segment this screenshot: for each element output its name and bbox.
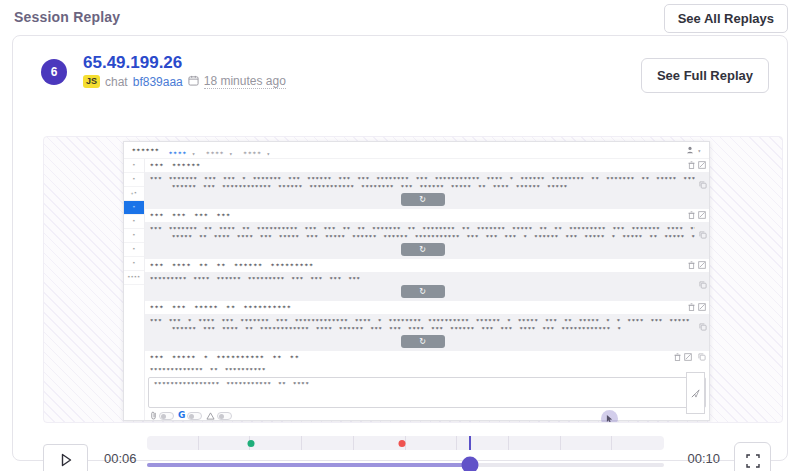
session-card: 6 65.49.199.26 JS chat bf839aaa 18 minut…	[12, 35, 788, 461]
channel-label: chat	[105, 75, 128, 89]
replayed-message-line: ***** ** **** **** *** ***** *** ***** *…	[150, 233, 695, 241]
play-button[interactable]	[43, 444, 88, 471]
retry-button: ↻	[401, 193, 445, 206]
replayed-toolbar-group	[206, 412, 232, 420]
trash-icon[interactable]	[688, 303, 695, 311]
replayed-message-line: *** *** * **** *** ******* *** *********…	[150, 317, 695, 325]
chevron-down-icon: ▾	[192, 150, 197, 157]
trash-icon[interactable]	[674, 353, 681, 361]
trash-icon[interactable]	[688, 211, 695, 219]
replayed-sidebar-item: *	[124, 257, 144, 271]
replayed-message-line: ****** *** **** ** ************ **** ***…	[150, 325, 695, 333]
replayed-app-window: ****** **** ▾ **** ▾ **** ▾ ▾ **+*******…	[123, 141, 710, 421]
session-meta-row: JS chat bf839aaa 18 minutes ago	[83, 74, 286, 89]
paperclip-icon	[150, 411, 157, 420]
progress-fill	[147, 463, 470, 467]
retry-button: ↻	[401, 243, 445, 256]
replayed-message-body: ********* **** ****** ********* *** *** …	[145, 272, 709, 301]
edit-icon[interactable]	[698, 303, 706, 311]
session-count-badge: 6	[41, 59, 67, 85]
replayed-sidebar-item: *	[124, 243, 144, 257]
calendar-icon	[188, 75, 199, 89]
replayed-sidebar-item: *	[124, 173, 144, 187]
replayed-composer: **************** *********** ** ****	[148, 377, 706, 408]
replayed-brand: ******	[132, 147, 160, 154]
mouse-cursor-icon	[606, 415, 613, 423]
replayed-sidebar-item: *	[124, 215, 144, 229]
replayed-sidebar-item: *	[124, 229, 144, 243]
total-time-label: 00:10	[680, 451, 720, 466]
send-button	[686, 372, 705, 414]
playback-controls: 00:06 00:10	[13, 434, 789, 471]
see-all-replays-button[interactable]: See All Replays	[664, 4, 788, 33]
success-event-dot[interactable]	[247, 440, 254, 447]
edit-icon[interactable]	[684, 353, 692, 361]
replayed-message-line: ********* **** ****** ********* *** *** …	[150, 275, 695, 283]
replayed-nav-link: **** ▾	[243, 150, 271, 157]
replay-cursor-indicator	[601, 410, 618, 423]
retry-button: ↻	[401, 285, 445, 298]
trash-icon[interactable]	[688, 261, 695, 269]
replayed-sidebar-item: *	[124, 159, 144, 173]
replayed-user-menu: ▾	[686, 146, 701, 154]
edit-icon[interactable]	[698, 211, 706, 219]
toggle-pill	[187, 412, 202, 420]
replayed-message-body: *** *** * **** *** ******* *** *********…	[145, 314, 709, 351]
timeline-segment-divider	[147, 436, 612, 450]
share-icon	[206, 412, 215, 420]
replayed-toolbar: G	[145, 408, 709, 420]
current-time-label: 00:06	[104, 451, 144, 466]
replayed-message-header: *** ******	[145, 159, 709, 172]
copy-icon[interactable]	[699, 231, 707, 239]
chevron-down-icon: ▾	[266, 150, 271, 157]
session-card-header: 6 65.49.199.26 JS chat bf839aaa 18 minut…	[13, 36, 787, 98]
edit-icon[interactable]	[698, 161, 706, 169]
replayed-toolbar-group: G	[178, 411, 202, 420]
replayed-message-header: *** **** ** ** ****** *********	[145, 259, 709, 272]
chevron-down-icon: ▾	[229, 150, 234, 157]
person-icon	[686, 146, 694, 154]
timeline-zone	[147, 434, 664, 471]
send-icon	[691, 389, 700, 398]
replayed-nav-links: **** ▾ **** ▾ **** ▾	[169, 141, 271, 160]
copy-icon[interactable]	[699, 181, 707, 189]
toggle-pill	[217, 412, 232, 420]
fullscreen-icon	[746, 454, 760, 468]
chevron-down-icon: ▾	[697, 147, 701, 154]
replayed-message-body: *** ******* *** *** * ******* *** ******…	[145, 172, 709, 209]
copy-icon[interactable]	[698, 353, 706, 361]
replayed-app-body: **+********** *** ********* ******* *** …	[124, 159, 709, 420]
toggle-pill	[159, 412, 174, 420]
session-info: 65.49.199.26 JS chat bf839aaa 18 minutes…	[83, 53, 286, 89]
play-icon	[58, 452, 74, 468]
replayed-composer-text: **************** *********** ** ****	[149, 378, 705, 387]
replayed-message-line: *** ******* *** *** * ******* *** ******…	[150, 175, 695, 183]
session-id-link[interactable]: bf839aaa	[133, 75, 183, 89]
error-event-dot[interactable]	[398, 440, 405, 447]
time-ago-link[interactable]: 18 minutes ago	[204, 74, 286, 89]
retry-button: ↻	[401, 335, 445, 348]
progress-slider[interactable]	[147, 463, 664, 467]
fullscreen-button[interactable]	[734, 442, 771, 471]
replayed-sidebar: **+**********	[124, 159, 145, 420]
edit-icon[interactable]	[698, 261, 706, 269]
timeline-bar[interactable]	[147, 436, 664, 450]
slider-handle[interactable]	[462, 457, 479, 471]
trash-icon[interactable]	[688, 161, 695, 169]
copy-icon[interactable]	[699, 281, 707, 289]
replayed-sidebar-item: +*	[124, 187, 144, 201]
copy-icon[interactable]	[699, 323, 707, 331]
replayed-message-header: *** *** ***** ** **********	[145, 301, 709, 314]
playhead-marker[interactable]	[469, 436, 471, 450]
js-sdk-badge: JS	[83, 75, 100, 88]
page-header: Session Replay See All Replays	[0, 0, 800, 35]
replayed-chat-content: *** ********* ******* *** *** * ******* …	[145, 159, 709, 420]
replayed-message-body: *** ******* ** **** ** ********** *** **…	[145, 222, 709, 259]
session-ip-link[interactable]: 65.49.199.26	[83, 53, 182, 72]
replayed-message-line: *** ******* ** **** ** ********** *** **…	[150, 225, 695, 233]
see-full-replay-button[interactable]: See Full Replay	[641, 58, 769, 93]
replayed-sidebar-item: ****	[124, 271, 144, 285]
replayed-message-header: *** *** *** ***	[145, 209, 709, 222]
replay-viewport[interactable]: ****** **** ▾ **** ▾ **** ▾ ▾ **+*******…	[43, 136, 783, 423]
replayed-toolbar-group	[150, 411, 174, 420]
